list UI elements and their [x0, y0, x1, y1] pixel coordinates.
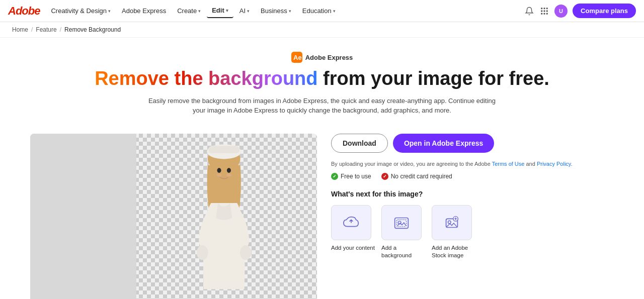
svg-text:Ae: Ae [293, 54, 302, 61]
image-solid-left [30, 134, 136, 299]
user-avatar[interactable]: U [554, 5, 568, 18]
privacy-policy-link[interactable]: Privacy Policy [537, 161, 571, 167]
adobe-express-icon: Ae [291, 52, 302, 63]
chevron-down-icon: ▾ [333, 9, 336, 14]
apps-icon[interactable] [539, 6, 549, 16]
adobe-logo[interactable]: Adobe [8, 5, 40, 18]
chevron-down-icon: ▾ [289, 9, 291, 14]
free-to-use-badge: ✓ Free to use [331, 173, 371, 180]
svg-rect-15 [208, 146, 239, 153]
svg-point-20 [216, 174, 221, 176]
no-credit-card-badge: ✓ No credit card required [381, 173, 452, 180]
chevron-down-icon: ▾ [226, 8, 228, 13]
compare-plans-button[interactable]: Compare plans [573, 4, 636, 18]
next-card-add-stock[interactable]: Add an Adobe Stock image [432, 205, 477, 259]
hero-subtitle: Easily remove the background from images… [146, 96, 498, 116]
open-in-express-button[interactable]: Open in Adobe Express [393, 134, 494, 153]
check-icon: ✓ [331, 173, 338, 180]
chevron-down-icon: ▾ [247, 9, 250, 14]
whats-next-title: What's next for this image? [331, 190, 614, 198]
nav-adobe-express[interactable]: Adobe Express [117, 4, 171, 18]
add-stock-icon [432, 205, 472, 240]
svg-point-17 [239, 245, 251, 260]
hero-title: Remove the background from your image fo… [8, 68, 636, 90]
svg-point-19 [226, 168, 230, 173]
breadcrumb-feature[interactable]: Feature [36, 26, 56, 33]
nav-creativity-design[interactable]: Creativity & Design ▾ [46, 4, 116, 18]
terms-text: By uploading your image or video, you ar… [331, 160, 614, 168]
svg-rect-4 [544, 10, 545, 12]
right-panel: Download Open in Adobe Express By upload… [331, 134, 614, 259]
nav-edit[interactable]: Edit ▾ [207, 4, 233, 18]
check-icon: ✓ [381, 173, 388, 180]
add-content-icon [331, 205, 371, 240]
svg-rect-1 [544, 8, 545, 9]
svg-rect-7 [544, 13, 545, 14]
feature-badges: ✓ Free to use ✓ No credit card required [331, 173, 614, 180]
person-image [159, 143, 289, 299]
next-card-add-content[interactable]: Add your content [331, 205, 376, 259]
nav-create[interactable]: Create ▾ [172, 4, 206, 18]
svg-rect-2 [546, 8, 548, 9]
nav-education[interactable]: Education ▾ [297, 4, 341, 18]
hero-title-gradient: Remove the background [95, 68, 317, 89]
image-area [30, 134, 317, 299]
nav-business[interactable]: Business ▾ [256, 4, 296, 18]
nav-items: Creativity & Design ▾ Adobe Express Crea… [46, 4, 520, 18]
add-stock-label: Add an Adobe Stock image [432, 244, 477, 259]
breadcrumb-current: Remove Background [64, 26, 121, 33]
svg-rect-8 [546, 13, 548, 14]
svg-rect-5 [546, 10, 548, 12]
breadcrumb-home[interactable]: Home [12, 26, 28, 33]
svg-point-21 [226, 174, 231, 176]
nav-right: U Compare plans [524, 4, 636, 18]
add-background-label: Add a background [381, 244, 427, 259]
terms-of-use-link[interactable]: Terms of Use [492, 161, 525, 167]
hero-section: Ae Adobe Express Remove the background f… [0, 38, 644, 126]
hero-title-rest: from your image for free. [318, 68, 549, 89]
svg-point-18 [217, 168, 221, 173]
add-background-icon [381, 205, 422, 240]
breadcrumb-sep: / [31, 26, 33, 33]
breadcrumb-sep: / [60, 26, 61, 33]
nav-ai[interactable]: AI ▾ [234, 4, 255, 18]
main-content: Download Open in Adobe Express By upload… [0, 126, 644, 299]
bell-icon[interactable] [524, 6, 534, 16]
navigation: Adobe Creativity & Design ▾ Adobe Expres… [0, 0, 644, 22]
next-card-add-background[interactable]: Add a background [381, 205, 427, 259]
express-badge-text: Adobe Express [305, 54, 353, 61]
express-badge: Ae Adobe Express [291, 52, 353, 63]
svg-point-16 [196, 245, 208, 260]
add-content-label: Add your content [331, 244, 376, 252]
chevron-down-icon: ▾ [108, 9, 111, 14]
svg-point-26 [448, 221, 451, 224]
svg-rect-3 [541, 10, 542, 12]
next-cards: Add your content Add a background [331, 205, 614, 259]
download-button[interactable]: Download [331, 134, 388, 153]
chevron-down-icon: ▾ [198, 9, 201, 14]
breadcrumb: Home / Feature / Remove Background [0, 22, 644, 38]
person-svg [159, 143, 289, 299]
svg-rect-6 [541, 13, 542, 14]
svg-rect-0 [541, 8, 542, 9]
action-buttons: Download Open in Adobe Express [331, 134, 614, 153]
